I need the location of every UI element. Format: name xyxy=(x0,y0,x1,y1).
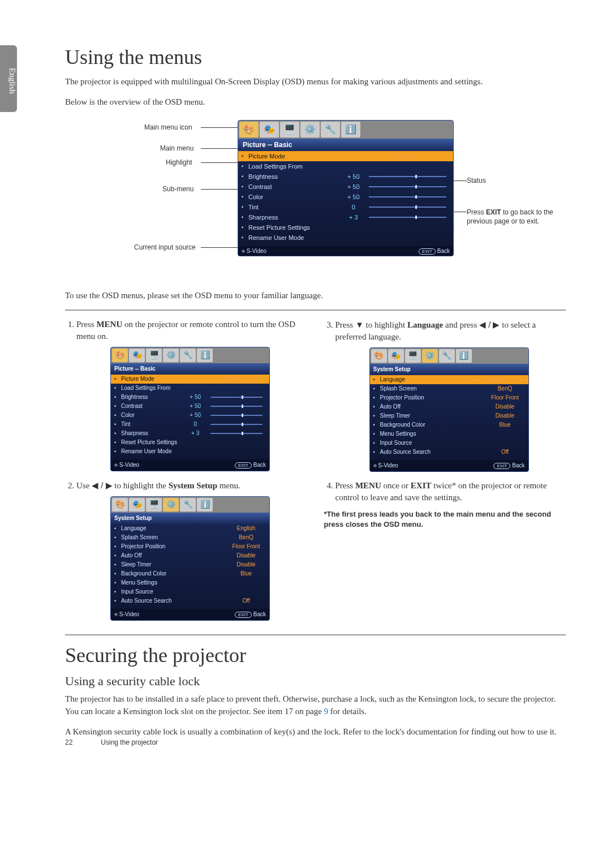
osd-tab-icon: 🎭 xyxy=(129,498,145,512)
label-current-input: Current input source xyxy=(134,243,196,251)
osd-step3: 🎨 🎭 🖥️ ⚙️ 🔧 ℹ️ System Setup •Language◀En… xyxy=(369,347,529,472)
osd-row: •Load Settings From xyxy=(238,161,453,171)
osd-step2: 🎨 🎭 🖥️ ⚙️ 🔧 ℹ️ System Setup •LanguageEng… xyxy=(110,496,270,621)
language-side-tab: English xyxy=(0,45,17,112)
osd-row: •Input Source xyxy=(111,587,269,596)
osd-row: •Menu Settings xyxy=(370,429,528,439)
osd-tab-icon: 🎭 xyxy=(129,349,145,362)
osd-tab-icon: 🎨 xyxy=(112,349,128,362)
osd-row: •Menu Settings xyxy=(111,578,269,587)
familiar-language-paragraph: To use the OSD menus, please set the OSD… xyxy=(65,290,566,302)
osd-title: Picture -- Basic xyxy=(111,363,269,375)
osd-tab-icon: 🖥️ xyxy=(405,349,421,363)
divider xyxy=(65,310,566,311)
osd-row: •Auto Source SearchOff xyxy=(370,448,528,457)
osd-row: •Brightness+ 50 xyxy=(238,171,453,182)
osd-tab-icon: ⚙️ xyxy=(422,349,438,363)
step-1: Press MENU on the projector or remote co… xyxy=(76,319,307,471)
osd-row: •Auto Source SearchOff xyxy=(111,596,269,605)
osd-row: •Sleep TimerDisable xyxy=(111,560,269,569)
subheading-cable-lock: Using a security cable lock xyxy=(65,674,566,689)
footnote: *The first press leads you back to the m… xyxy=(324,509,566,530)
osd-row: •Projector PositionFloor Front xyxy=(370,393,528,402)
osd-step1: 🎨 🎭 🖥️ ⚙️ 🔧 ℹ️ Picture -- Basic •Picture… xyxy=(110,347,270,471)
osd-tab-icon: ⚙️ xyxy=(163,498,179,512)
step-2: Use ◀ / ▶ to highlight the System Setup … xyxy=(76,479,307,621)
input-source-icon: ⎆ xyxy=(242,248,245,254)
label-sub-menu: Sub-menu xyxy=(162,185,193,193)
label-exit-note: Press EXIT to go back to the previous pa… xyxy=(467,208,563,226)
osd-tab-icon: 🎨 xyxy=(112,498,128,512)
secure-paragraph-1: The projector has to be installed in a s… xyxy=(65,693,566,718)
osd-row: •LanguageEnglish xyxy=(111,524,269,533)
osd-overview-diagram: Main menu icon Main menu Highlight Sub-m… xyxy=(93,120,566,278)
osd-tab-icon: 🎭 xyxy=(260,122,279,137)
heading-using-menus: Using the menus xyxy=(65,45,566,69)
osd-row: •Background ColorBlue xyxy=(370,420,528,429)
osd-row: •Rename User Mode xyxy=(238,233,453,243)
osd-row: •Color+ 50 xyxy=(111,411,269,420)
label-highlight: Highlight xyxy=(166,158,192,166)
osd-title: System Setup xyxy=(111,513,269,524)
osd-title: System Setup xyxy=(370,364,528,375)
osd-tab-icon: 🔧 xyxy=(439,349,455,363)
osd-tab-icon: 🎨 xyxy=(239,122,259,137)
osd-row: •Auto OffDisable xyxy=(370,402,528,411)
osd-row: •Splash ScreenBenQ xyxy=(111,533,269,542)
step-4: Press MENU once or EXIT twice* on the pr… xyxy=(335,480,566,504)
page-number: 22 xyxy=(65,738,99,746)
osd-back: Back xyxy=(437,248,450,254)
osd-row: •Tint0 xyxy=(238,202,453,212)
osd-row: •Load Settings From xyxy=(111,384,269,393)
osd-row: •Brightness+ 50 xyxy=(111,393,269,402)
osd-row: •Tint0 xyxy=(111,420,269,429)
label-main-menu: Main menu xyxy=(160,144,193,152)
page-footer: 22 Using the projector xyxy=(65,738,158,746)
footer-section: Using the projector xyxy=(101,738,158,746)
osd-row: •Projector PositionFloor Front xyxy=(111,542,269,551)
osd-tab-icon: ℹ️ xyxy=(341,122,360,137)
osd-tab-icon: 🔧 xyxy=(321,122,340,137)
osd-footer: ⎆ S-Video EXITBack xyxy=(238,246,453,256)
osd-row: •Input Source xyxy=(370,439,528,448)
osd-overview-panel: 🎨 🎭 🖥️ ⚙️ 🔧 ℹ️ Picture -- Basic •Picture… xyxy=(238,120,454,256)
osd-row: •Splash ScreenBenQ xyxy=(370,384,528,393)
osd-row: •Rename User Mode xyxy=(111,447,269,456)
osd-row: •Sleep TimerDisable xyxy=(370,411,528,420)
osd-tab-icon: 🎨 xyxy=(371,349,387,363)
osd-tab-bar: 🎨 🎭 🖥️ ⚙️ 🔧 ℹ️ xyxy=(238,121,453,139)
intro-paragraph-2: Below is the overview of the OSD menu. xyxy=(65,96,566,109)
osd-tab-icon: 🔧 xyxy=(180,498,196,512)
osd-row: •Picture ModeCinema xyxy=(238,151,453,161)
osd-tab-icon: 🖥️ xyxy=(146,498,162,512)
osd-tab-icon: ⚙️ xyxy=(300,122,320,137)
osd-row: •Sharpness+ 3 xyxy=(111,429,269,438)
label-main-menu-icon: Main menu icon xyxy=(144,123,192,131)
heading-securing: Securing the projector xyxy=(65,643,566,667)
osd-row: •Language◀English▶ xyxy=(370,375,528,384)
page-link[interactable]: 9 xyxy=(324,707,329,716)
osd-tab-icon: ℹ️ xyxy=(456,349,472,363)
osd-row: •Reset Picture Settings xyxy=(238,222,453,233)
osd-row: •Reset Picture Settings xyxy=(111,438,269,447)
intro-paragraph-1: The projector is equipped with multiling… xyxy=(65,76,566,88)
exit-pill: EXIT xyxy=(419,248,436,255)
osd-tab-icon: 🎭 xyxy=(388,349,404,363)
osd-row: •Contrast+ 50 xyxy=(238,182,453,192)
osd-tab-icon: 🔧 xyxy=(180,349,196,362)
osd-tab-icon: ℹ️ xyxy=(197,349,213,362)
osd-tab-icon: ⚙️ xyxy=(163,349,179,362)
osd-tab-icon: 🖥️ xyxy=(280,122,299,137)
osd-row: •Sharpness+ 3 xyxy=(238,212,453,222)
divider xyxy=(65,634,566,635)
step-3: Press ▼ to highlight Language and press … xyxy=(335,319,566,472)
osd-tab-icon: 🖥️ xyxy=(146,349,162,362)
osd-row: •Picture ModeCinema xyxy=(111,375,269,384)
osd-row: •Color+ 50 xyxy=(238,192,453,202)
osd-row: •Contrast+ 50 xyxy=(111,402,269,411)
osd-row: •Auto OffDisable xyxy=(111,551,269,560)
osd-tab-icon: ℹ️ xyxy=(197,498,213,512)
osd-row: •Background ColorBlue xyxy=(111,569,269,578)
osd-source: S-Video xyxy=(247,248,266,254)
osd-title: Picture -- Basic xyxy=(238,139,453,151)
